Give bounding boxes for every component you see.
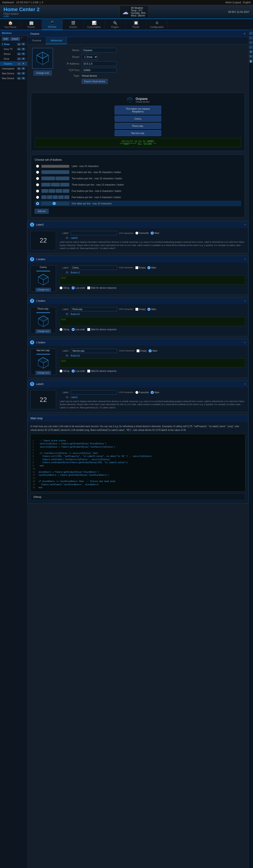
room-select[interactable]: 1 Этаж: [82, 54, 98, 59]
section-3-wait-chk[interactable]: Wait for device response: [87, 328, 116, 331]
language-label[interactable]: English: [243, 1, 251, 4]
btn-option-3[interactable]: Three buttons per line - max 10 characte…: [35, 182, 241, 187]
section-4-close[interactable]: ×: [244, 341, 246, 344]
section-3-empty-radio[interactable]: Empty: [135, 308, 146, 311]
btn-option-4[interactable]: Four buttons per line - max 6 characters…: [35, 188, 241, 194]
arrow-up-denon[interactable]: ▲: [17, 53, 21, 55]
arrow-down-ohrana[interactable]: ▼: [21, 62, 25, 65]
tab-scenes[interactable]: 🎬 Scenes: [63, 19, 84, 30]
btn-option-2[interactable]: Two buttons per line - max 15 characters…: [35, 176, 241, 181]
btn-option-5[interactable]: Five buttons per line - max 3 characters…: [35, 194, 241, 200]
arrow-up-nd2[interactable]: ▲: [17, 77, 21, 80]
change-icon-btn-top[interactable]: Change Icon: [33, 71, 52, 75]
btn-option-1[interactable]: One button per line - max 35 characters …: [35, 169, 241, 175]
section-4-header[interactable]: 4 1 button ×: [28, 339, 248, 346]
sidebar-new-device-2[interactable]: New Device ▲ ▼: [0, 76, 27, 81]
section-2-wait-chk[interactable]: Wait for device response: [87, 286, 116, 289]
tab-consumption[interactable]: 📊 Consumption: [84, 19, 105, 30]
tab-advanced[interactable]: Advanced: [46, 37, 67, 44]
rs-btn-2[interactable]: -: [249, 36, 253, 40]
arrow-down-nd1[interactable]: ▼: [21, 72, 25, 75]
btn-option-3-radio[interactable]: [36, 183, 39, 186]
tab-plugins[interactable]: 🔌 Plugins: [105, 19, 125, 30]
sidebar-item-dune[interactable]: Dune ▲ ▼: [0, 57, 27, 61]
section-5-label-input[interactable]: [71, 390, 117, 395]
rs-btn-3[interactable]: ↑: [249, 41, 253, 44]
vd-btn-1[interactable]: Поставил на охрану Raspberry: [115, 106, 161, 115]
export-btn[interactable]: Export virtual device: [82, 79, 108, 84]
tab-rooms[interactable]: 🏢 Rooms: [21, 19, 42, 30]
section-1-label-input[interactable]: [71, 231, 117, 235]
section-1-close[interactable]: ×: [244, 223, 246, 226]
arrow-up[interactable]: ▲: [17, 43, 21, 45]
section-5-close[interactable]: ×: [244, 382, 246, 385]
add-button[interactable]: Add: [2, 37, 9, 41]
btn-option-label-radio[interactable]: [36, 165, 39, 168]
vd-btn-3[interactable]: Полн.охр.: [115, 123, 161, 129]
btn-option-label[interactable]: Label - max 15 characters: [35, 164, 241, 168]
section-2-header[interactable]: 2 1 button ×: [28, 256, 248, 263]
sidebar-item-denon[interactable]: Denon ▲ ▼: [0, 52, 27, 57]
ip-input[interactable]: [82, 61, 116, 66]
arrow-down-sony[interactable]: ▼: [21, 48, 25, 51]
tab-devices[interactable]: 📱 Devices: [42, 19, 63, 30]
section-4-string-radio[interactable]: String: [59, 370, 69, 373]
sidebar-group-1etaj[interactable]: 1 Этаж ▲ ▼: [0, 42, 27, 47]
section-3-change-icon[interactable]: Change Icon: [35, 329, 51, 333]
sidebar-item-unassigned[interactable]: Unassigned ▲ ▼: [0, 66, 27, 71]
section-3-string-radio[interactable]: String: [59, 328, 69, 331]
arrow-down-nd2[interactable]: ▼: [21, 77, 25, 80]
section-2-main-radio[interactable]: Main: [147, 266, 156, 269]
rs-btn-4[interactable]: ↓: [249, 45, 253, 49]
sidebar-item-ohrana[interactable]: Охрана ▲ ▼: [0, 61, 27, 66]
rs-btn-1[interactable]: +: [249, 31, 253, 35]
section-3-close[interactable]: ×: [244, 300, 246, 302]
arrow-down[interactable]: ▼: [21, 43, 25, 45]
section-3-label-input[interactable]: [71, 307, 117, 311]
section-3-main-radio[interactable]: Main: [147, 308, 156, 311]
section-4-label-input[interactable]: [71, 349, 117, 353]
arrow-up-ohrana[interactable]: ▲: [17, 62, 21, 65]
arrow-down-unassigned[interactable]: ▼: [21, 67, 25, 70]
name-input[interactable]: [82, 48, 116, 53]
tab-configuration[interactable]: ⚙ Configuration: [146, 19, 167, 30]
arrow-down-denon[interactable]: ▼: [21, 53, 25, 55]
rs-btn-6[interactable]: ✎: [249, 55, 253, 58]
arrow-up-nd1[interactable]: ▲: [17, 72, 21, 75]
tab-your-house[interactable]: 🏠 Your House: [0, 19, 21, 30]
arrow-up-dune[interactable]: ▲: [17, 57, 21, 60]
section-2-lua-radio[interactable]: Lua code: [72, 286, 85, 289]
section-2-change-icon[interactable]: Change Icon: [35, 288, 51, 291]
admin-label[interactable]: Admin (Logout): [225, 1, 241, 4]
section-1-main-radio[interactable]: Main: [151, 231, 160, 235]
import-button[interactable]: Import: [10, 37, 20, 41]
btn-option-4-radio[interactable]: [36, 189, 39, 192]
sidebar-new-device-1[interactable]: New Device ▲ ▼: [0, 71, 27, 76]
section-4-lua-radio[interactable]: Lua code: [72, 370, 85, 373]
arrow-up-sony[interactable]: ▲: [17, 48, 21, 51]
rs-btn-7[interactable]: 🔒: [249, 59, 253, 63]
section-1-favourite-radio[interactable]: Favourite: [135, 231, 149, 235]
section-5-header[interactable]: 5 Label1 ×: [28, 380, 248, 388]
sidebar-item-sony-tv[interactable]: Sony TV ▲ ▼: [0, 47, 27, 52]
section-5-main-radio[interactable]: Main: [151, 391, 160, 394]
section-1-header[interactable]: 1 Label2 ×: [28, 221, 248, 228]
btn-option-slider-radio[interactable]: [36, 202, 39, 205]
rs-btn-5[interactable]: ⚙: [249, 50, 253, 54]
section-4-change-icon[interactable]: Change Icon: [35, 371, 51, 375]
help-icon[interactable]: ?: [21, 37, 22, 41]
btn-option-1-radio[interactable]: [36, 171, 39, 174]
tab-panels[interactable]: 🔲 Panels: [125, 19, 146, 30]
section-2-label-input[interactable]: [71, 266, 117, 270]
arrow-up-unassigned[interactable]: ▲: [17, 67, 21, 70]
btn-option-5-radio[interactable]: [36, 196, 39, 199]
section-2-string-radio[interactable]: String: [59, 286, 69, 289]
section-4-empty-radio[interactable]: Empty: [137, 349, 147, 352]
section-2-close[interactable]: ×: [244, 258, 246, 260]
section-4-main-radio[interactable]: Main: [148, 349, 158, 352]
btn-option-slider[interactable]: One slider per line - max 15 characters: [35, 201, 241, 206]
section-3-code[interactable]: {{{{: [59, 317, 245, 326]
section-4-code[interactable]: {{{{: [59, 359, 245, 368]
section-2-code[interactable]: {{{{: [59, 275, 245, 284]
section-2-empty-radio[interactable]: Empty: [135, 266, 146, 269]
